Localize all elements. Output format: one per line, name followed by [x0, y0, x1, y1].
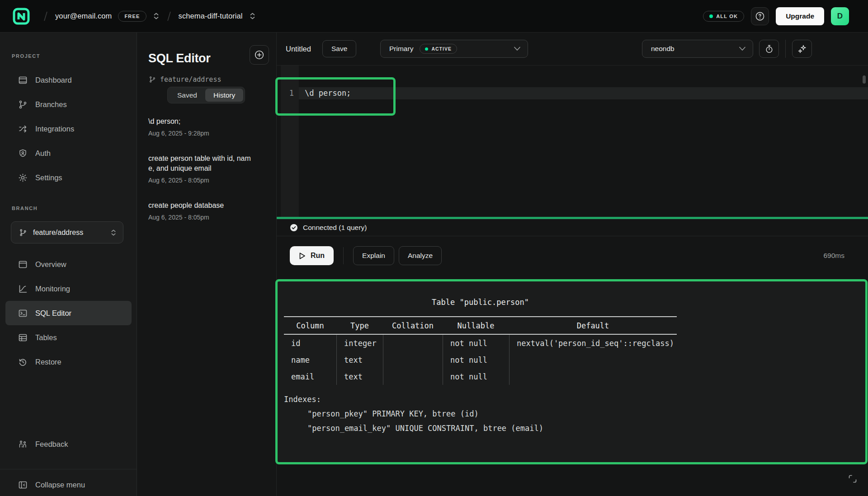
column-header: Column: [284, 321, 336, 330]
chevron-down-icon: [514, 47, 521, 51]
branch-selector[interactable]: feature/address: [11, 221, 123, 243]
sidebar-item-dashboard[interactable]: Dashboard: [5, 68, 132, 92]
sidebar-item-sql-editor[interactable]: SQL Editor: [5, 301, 132, 325]
active-line-highlight: [299, 87, 868, 99]
stopwatch-icon: [764, 44, 774, 54]
sidebar-item-label: Overview: [35, 260, 66, 269]
table-row: name text not null: [284, 351, 677, 368]
project-switcher-chevrons-icon[interactable]: [249, 12, 256, 20]
sidebar-item-label: Restore: [35, 358, 61, 366]
ai-assist-button[interactable]: [792, 40, 812, 58]
toolbar-separator: [343, 247, 344, 264]
account-switcher-chevrons-icon[interactable]: [153, 12, 160, 20]
sidebar-item-settings[interactable]: Settings: [5, 165, 132, 190]
expand-icon: [847, 473, 858, 484]
status-dot-icon: [709, 14, 713, 18]
sidebar: PROJECT Dashboard Branches Integrations …: [0, 33, 137, 496]
breadcrumb-slash-icon: [163, 10, 175, 22]
expand-results-button[interactable]: [847, 473, 858, 484]
saved-history-tabs: Saved History: [167, 87, 245, 103]
sidebar-item-auth[interactable]: Auth: [5, 141, 132, 165]
cell-collation: [383, 368, 443, 385]
chevron-down-icon: [739, 47, 746, 51]
new-query-button[interactable]: [250, 45, 269, 65]
sidebar-item-feedback[interactable]: Feedback: [5, 432, 132, 456]
run-button-label: Run: [311, 252, 325, 260]
breadcrumb-slash-icon: [40, 10, 52, 22]
sidebar-item-restore[interactable]: Restore: [5, 350, 132, 374]
history-item[interactable]: create person table with id, name, and u…: [148, 154, 265, 184]
sidebar-item-label: Dashboard: [35, 76, 72, 84]
upgrade-button[interactable]: Upgrade: [776, 7, 824, 25]
project-section-heading: PROJECT: [12, 53, 40, 59]
restore-clock-icon: [18, 357, 28, 367]
history-query: \d person;: [148, 117, 257, 127]
column-header: Nullable: [443, 321, 509, 330]
current-branch: feature/address: [149, 75, 221, 84]
sql-editor-icon: [18, 309, 28, 318]
explain-button[interactable]: Explain: [353, 246, 394, 265]
project-breadcrumb[interactable]: schema-diff-tutorial: [179, 12, 243, 20]
sidebar-item-integrations[interactable]: Integrations: [5, 117, 132, 141]
tab-saved[interactable]: Saved: [169, 89, 205, 102]
compute-selector[interactable]: Primary ACTIVE: [380, 40, 528, 58]
history-list: \d person; Aug 6, 2025 - 9:28pm create p…: [148, 117, 265, 238]
table-row: email text not null: [284, 368, 677, 385]
avatar[interactable]: D: [831, 7, 849, 25]
neon-console: your@email.com FREE schema-diff-tutorial…: [0, 0, 868, 496]
line-number: 1: [281, 89, 294, 98]
cell-default: nextval('person_id_seq'::regclass): [509, 335, 677, 351]
database-selector[interactable]: neondb: [642, 40, 753, 58]
cell-column: name: [284, 351, 336, 368]
analyze-button[interactable]: Analyze: [399, 246, 442, 265]
status-pill[interactable]: ALL OK: [703, 11, 744, 22]
dashboard-icon: [18, 75, 28, 85]
compute-status-badge: ACTIVE: [420, 44, 457, 54]
sidebar-item-branches[interactable]: Branches: [5, 92, 132, 117]
run-button[interactable]: Run: [290, 246, 334, 265]
editor-scrollbar[interactable]: [863, 75, 866, 84]
query-text[interactable]: \d person;: [305, 89, 351, 98]
result-table-title: Table "public.person": [284, 298, 677, 307]
code-editor[interactable]: 1 \d person;: [277, 66, 868, 217]
account-breadcrumb[interactable]: your@email.com: [55, 12, 112, 20]
column-header: Type: [336, 321, 383, 330]
cell-type: text: [336, 368, 383, 385]
query-timing-button[interactable]: [759, 40, 779, 58]
tab-history[interactable]: History: [205, 89, 243, 102]
help-button[interactable]: [751, 7, 769, 25]
sidebar-item-label: Branches: [35, 100, 67, 109]
plus-circle-icon: [254, 50, 264, 60]
branch-selector-value: feature/address: [33, 229, 104, 237]
neon-logo-icon[interactable]: [13, 8, 30, 25]
plan-badge: FREE: [118, 11, 146, 22]
check-circle-icon: [290, 224, 298, 232]
save-button[interactable]: Save: [322, 40, 356, 57]
sidebar-item-overview[interactable]: Overview: [5, 252, 132, 276]
sparkles-icon: [797, 44, 807, 54]
collapse-menu-button[interactable]: Collapse menu: [5, 473, 132, 496]
sidebar-item-tables[interactable]: Tables: [5, 325, 132, 350]
feedback-people-icon: [18, 440, 28, 449]
question-circle-icon: [755, 11, 765, 21]
editor-header: Untitled Save Primary ACTIVE neondb: [277, 33, 868, 66]
query-duration: 690ms: [823, 252, 844, 260]
sidebar-item-label: Integrations: [35, 125, 74, 133]
header-separator: [785, 40, 786, 58]
branch-icon: [19, 229, 27, 237]
sidebar-item-monitoring[interactable]: Monitoring: [5, 276, 132, 301]
cell-default: [509, 368, 677, 385]
query-tab-title[interactable]: Untitled: [286, 45, 311, 53]
active-dot-icon: [425, 47, 428, 51]
chevrons-updown-icon: [110, 229, 117, 236]
branch-icon: [149, 76, 156, 83]
column-header: Collation: [383, 321, 443, 330]
sidebar-item-label: Feedback: [35, 440, 68, 449]
gear-icon: [18, 173, 28, 182]
history-query: create person table with id, name, and u…: [148, 154, 257, 174]
monitoring-chart-icon: [18, 284, 28, 294]
top-bar: your@email.com FREE schema-diff-tutorial…: [0, 0, 868, 33]
query-toolbar: Run Explain Analyze 690ms: [277, 236, 868, 275]
history-item[interactable]: create people database Aug 6, 2025 - 8:0…: [148, 201, 265, 221]
history-item[interactable]: \d person; Aug 6, 2025 - 9:28pm: [148, 117, 265, 137]
